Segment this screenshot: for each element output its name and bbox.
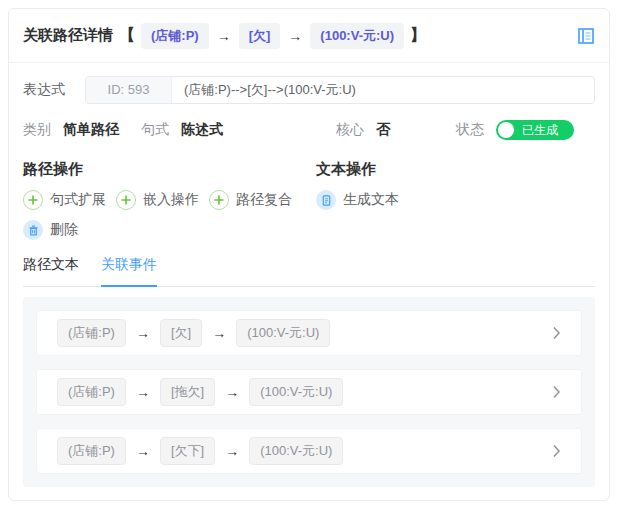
arrow-icon: →: [212, 325, 226, 341]
arrow-icon: →: [288, 28, 302, 44]
chevron-right-icon[interactable]: [552, 326, 561, 340]
sentence-expand-button[interactable]: 句式扩展: [23, 190, 106, 210]
page-title: 关联路径详情: [23, 26, 113, 45]
chevron-right-icon[interactable]: [552, 385, 561, 399]
tab-related-events[interactable]: 关联事件: [101, 256, 157, 286]
panel-body: 表达式 ID: 593 (店铺:P)-->[欠]-->(100:V-元:U) 类…: [9, 76, 609, 487]
expression-id-badge: ID: 593: [86, 77, 172, 103]
plus-icon: [209, 190, 229, 210]
panel-header: 关联路径详情 【 (店铺:P) → [欠] → (100:V-元:U) 】: [9, 9, 609, 63]
related-events-panel: (店铺:P) → [欠] → (100:V-元:U) (店铺:P) → [拖欠]: [23, 297, 595, 487]
syntax-label: 句式: [141, 121, 169, 139]
status-value: 已生成: [522, 122, 558, 139]
path-node-badge: (店铺:P): [141, 23, 209, 49]
expression-input[interactable]: ID: 593 (店铺:P)-->[欠]-->(100:V-元:U): [85, 76, 595, 104]
delete-label: 删除: [50, 221, 78, 239]
arrow-icon: →: [136, 443, 150, 459]
generate-text-label: 生成文本: [343, 191, 399, 209]
path-operations-buttons: 句式扩展 嵌入操作: [23, 190, 316, 250]
event-node-badge: [拖欠]: [160, 378, 215, 406]
event-row[interactable]: (店铺:P) → [欠下] → (100:V-元:U): [36, 428, 582, 474]
event-node-badge: (店铺:P): [57, 378, 126, 406]
text-operations: 文本操作 生成文本: [316, 160, 595, 250]
syntax-value: 陈述式: [181, 121, 223, 139]
event-node-badge: [欠下]: [160, 437, 215, 465]
event-node-badge: (100:V-元:U): [249, 378, 343, 406]
status-toggle[interactable]: 已生成: [496, 120, 574, 140]
event-node-badge: (100:V-元:U): [236, 319, 330, 347]
core-value: 否: [376, 121, 390, 139]
text-operations-buttons: 生成文本: [316, 190, 595, 220]
path-detail-panel: 关联路径详情 【 (店铺:P) → [欠] → (100:V-元:U) 】: [8, 8, 610, 501]
plus-icon: [116, 190, 136, 210]
meta-row: 类别 简单路径 句式 陈述式 核心 否 状态 已生成: [23, 120, 595, 140]
expression-label: 表达式: [23, 81, 71, 99]
expression-value: (店铺:P)-->[欠]-->(100:V-元:U): [172, 81, 356, 99]
category-label: 类别: [23, 121, 51, 139]
arrow-icon: →: [225, 384, 239, 400]
event-node-badge: (店铺:P): [57, 437, 126, 465]
path-compose-button[interactable]: 路径复合: [209, 190, 292, 210]
arrow-icon: →: [225, 443, 239, 459]
path-operations: 路径操作 句式扩展: [23, 160, 316, 250]
plus-icon: [23, 190, 43, 210]
path-node-badge: (100:V-元:U): [310, 23, 404, 49]
page: 关联路径详情 【 (店铺:P) → [欠] → (100:V-元:U) 】: [0, 0, 618, 509]
toggle-knob-icon: [498, 122, 514, 138]
event-node-badge: (100:V-元:U): [249, 437, 343, 465]
document-icon: [316, 190, 336, 210]
path-node-badge: [欠]: [239, 23, 281, 49]
generate-text-button[interactable]: 生成文本: [316, 190, 399, 210]
embed-operation-button[interactable]: 嵌入操作: [116, 190, 199, 210]
arrow-icon: →: [217, 28, 231, 44]
expression-row: 表达式 ID: 593 (店铺:P)-->[欠]-->(100:V-元:U): [23, 76, 595, 104]
status-label: 状态: [456, 121, 484, 139]
sentence-expand-label: 句式扩展: [50, 191, 106, 209]
tab-path-text[interactable]: 路径文本: [23, 256, 79, 286]
path-operations-title: 路径操作: [23, 160, 316, 178]
core-label: 核心: [336, 121, 364, 139]
event-row[interactable]: (店铺:P) → [拖欠] → (100:V-元:U): [36, 369, 582, 415]
chevron-right-icon[interactable]: [552, 444, 561, 458]
text-operations-title: 文本操作: [316, 160, 595, 178]
category-value: 简单路径: [63, 121, 119, 139]
notebook-icon[interactable]: [577, 27, 595, 45]
tabs: 路径文本 关联事件: [23, 256, 595, 287]
embed-operation-label: 嵌入操作: [143, 191, 199, 209]
path-compose-label: 路径复合: [236, 191, 292, 209]
arrow-icon: →: [136, 325, 150, 341]
delete-button[interactable]: 删除: [23, 220, 78, 240]
event-node-badge: (店铺:P): [57, 319, 126, 347]
trash-icon: [23, 220, 43, 240]
arrow-icon: →: [136, 384, 150, 400]
bracket-open: 【: [119, 25, 135, 46]
operations-row: 路径操作 句式扩展: [23, 160, 595, 250]
bracket-close: 】: [410, 25, 426, 46]
event-row[interactable]: (店铺:P) → [欠] → (100:V-元:U): [36, 310, 582, 356]
event-node-badge: [欠]: [160, 319, 202, 347]
